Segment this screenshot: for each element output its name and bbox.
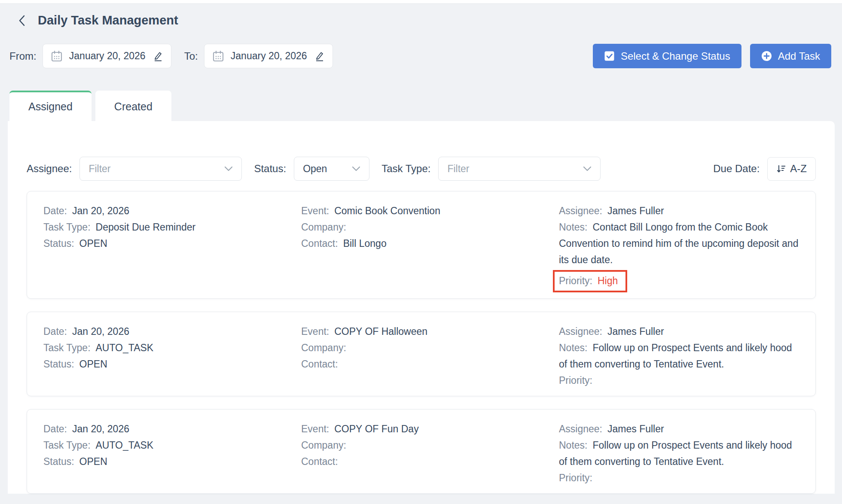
task-card-col-middle: Event:COPY OF Fun Day Company: Contact: (301, 421, 559, 487)
assignee-value: James Fuller (607, 326, 664, 337)
task-list: Date:Jan 20, 2026 Task Type:Deposit Due … (8, 181, 835, 494)
status-label: Status: (43, 358, 74, 370)
add-task-label: Add Task (778, 50, 820, 62)
status-label: Status: (43, 456, 74, 467)
task-type-value: AUTO_TASK (96, 440, 154, 451)
event-value: COPY OF Fun Day (334, 423, 418, 434)
company-row: Company: (301, 219, 559, 235)
contact-label: Contact: (301, 358, 338, 370)
task-type-label: Task Type: (43, 222, 91, 233)
priority-row: Priority: (559, 372, 598, 389)
status-row: Status:OPEN (43, 356, 301, 372)
company-label: Company: (301, 342, 346, 353)
notes-label: Notes: (559, 440, 587, 451)
assignee-row: Assignee:James Fuller (559, 323, 799, 340)
company-row: Company: (301, 340, 559, 356)
assignee-label: Assignee: (559, 423, 602, 434)
add-task-button[interactable]: Add Task (750, 44, 831, 68)
priority-label: Priority: (559, 472, 592, 483)
notes-row: Notes:Follow up on Prospect Events and l… (559, 437, 799, 470)
status-value: OPEN (79, 358, 107, 370)
task-type-value: AUTO_TASK (96, 342, 154, 353)
tab-panel: Assignee: Filter Status: Open Task Type:… (8, 121, 835, 494)
notes-value: Contact Bill Longo from the Comic Book C… (559, 222, 798, 265)
date-label: Date: (43, 205, 67, 216)
notes-row: Notes:Follow up on Prospect Events and l… (559, 340, 799, 372)
contact-label: Contact: (301, 238, 338, 249)
priority-label: Priority: (559, 375, 592, 386)
notes-label: Notes: (559, 222, 587, 233)
task-card-col-right: Assignee:James Fuller Notes:Contact Bill… (559, 203, 799, 292)
event-label: Event: (301, 423, 329, 434)
status-filter-dropdown[interactable]: Open (294, 157, 369, 181)
tab-assigned-label: Assigned (28, 100, 73, 113)
date-row: Date:Jan 20, 2026 (43, 421, 301, 437)
tab-created[interactable]: Created (95, 91, 171, 121)
priority-wrap: Priority: (559, 470, 799, 487)
task-type-label: Task Type: (43, 440, 91, 451)
to-label: To: (184, 50, 198, 62)
from-label: From: (9, 50, 37, 62)
date-row: Date:Jan 20, 2026 (43, 203, 301, 219)
date-label: Date: (43, 326, 67, 337)
chevron-left-icon (18, 15, 26, 27)
assignee-value: James Fuller (607, 205, 664, 216)
due-date-label: Due Date: (713, 163, 760, 175)
task-card[interactable]: Date:Jan 20, 2026 Task Type:Deposit Due … (27, 191, 816, 299)
status-value: OPEN (79, 456, 107, 467)
company-label: Company: (301, 440, 346, 451)
status-row: Status:OPEN (43, 235, 301, 252)
task-card-col-middle: Event:Comic Book Convention Company: Con… (301, 203, 559, 292)
date-value: Jan 20, 2026 (72, 205, 129, 216)
select-change-status-button[interactable]: Select & Change Status (593, 44, 741, 68)
task-type-filter-label: Task Type: (381, 163, 430, 175)
page-header: Daily Task Management (0, 4, 842, 27)
calendar-icon (51, 50, 63, 62)
contact-value: Bill Longo (343, 238, 387, 249)
due-date-sort-group: Due Date: A-Z (713, 157, 816, 181)
task-card-col-middle: Event:COPY OF Halloween Company: Contact… (301, 323, 559, 390)
task-type-row: Task Type:AUTO_TASK (43, 437, 301, 453)
edit-pencil-icon[interactable] (152, 51, 163, 62)
edit-pencil-icon[interactable] (314, 51, 325, 62)
top-bar (0, 0, 842, 4)
task-card-col-left: Date:Jan 20, 2026 Task Type:AUTO_TASK St… (43, 323, 301, 390)
assignee-label: Assignee: (559, 205, 602, 216)
notes-label: Notes: (559, 342, 587, 353)
status-row: Status:OPEN (43, 453, 301, 470)
tab-created-label: Created (114, 100, 153, 113)
select-change-status-label: Select & Change Status (621, 50, 730, 62)
controls-row: From: January 20, 2026 To: (0, 44, 842, 68)
status-label: Status: (43, 238, 74, 249)
notes-row: Notes:Contact Bill Longo from the Comic … (559, 219, 799, 268)
from-date-picker[interactable]: January 20, 2026 (43, 44, 171, 68)
back-button[interactable] (15, 14, 28, 27)
task-card[interactable]: Date:Jan 20, 2026 Task Type:AUTO_TASK St… (27, 312, 816, 396)
priority-wrap: Priority: (559, 372, 799, 390)
status-filter-value: Open (303, 163, 327, 175)
due-date-sort-button[interactable]: A-Z (767, 157, 816, 181)
event-value: Comic Book Convention (334, 205, 440, 216)
tab-assigned[interactable]: Assigned (9, 91, 92, 121)
priority-value: High (598, 275, 618, 286)
task-card-col-left: Date:Jan 20, 2026 Task Type:Deposit Due … (43, 203, 301, 292)
assignee-filter-placeholder: Filter (88, 163, 110, 175)
to-date-value: January 20, 2026 (228, 50, 310, 62)
status-value: OPEN (79, 238, 107, 249)
contact-row: Contact: (301, 453, 559, 470)
notes-value: Follow up on Prospect Events and likely … (559, 440, 792, 467)
company-label: Company: (301, 222, 346, 233)
priority-wrap: Priority:High (559, 268, 799, 292)
assignee-filter-label: Assignee: (27, 163, 72, 175)
calendar-icon (212, 50, 224, 62)
plus-circle-icon (761, 51, 772, 61)
assignee-filter-dropdown[interactable]: Filter (79, 157, 242, 181)
task-card[interactable]: Date:Jan 20, 2026 Task Type:AUTO_TASK St… (27, 409, 816, 494)
contact-label: Contact: (301, 456, 338, 467)
task-type-filter-dropdown[interactable]: Filter (438, 157, 601, 181)
to-date-picker[interactable]: January 20, 2026 (204, 44, 333, 68)
checkbox-checked-icon (604, 51, 615, 61)
assignee-label: Assignee: (559, 326, 602, 337)
company-row: Company: (301, 437, 559, 453)
task-card-col-left: Date:Jan 20, 2026 Task Type:AUTO_TASK St… (43, 421, 301, 487)
